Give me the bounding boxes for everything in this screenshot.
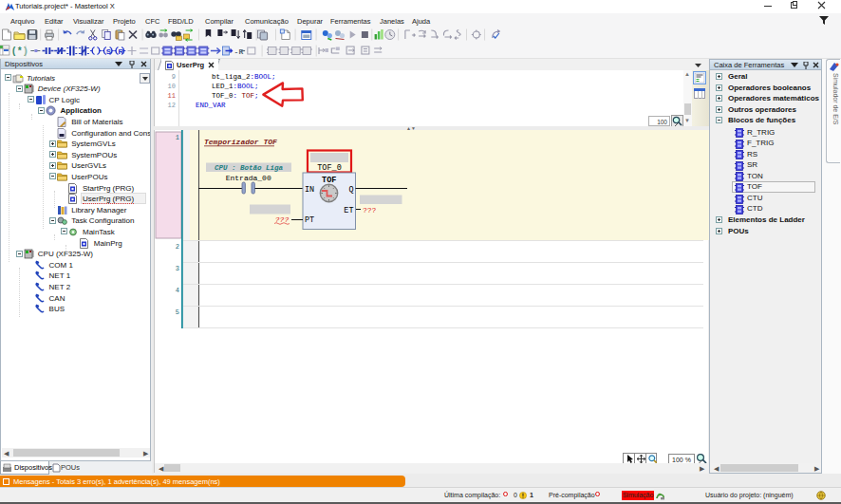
svg-text:Entrada_00: Entrada_00 [226, 174, 271, 182]
svg-text:CPU : Botão Liga: CPU : Botão Liga [215, 164, 284, 172]
svg-text:Temporizador TOF: Temporizador TOF [204, 138, 277, 146]
svg-text:4: 4 [176, 287, 179, 294]
svg-text:TOF: TOF [322, 176, 336, 185]
svg-text:IN: IN [305, 185, 314, 195]
svg-text:S: S [106, 47, 112, 56]
svg-text:3: 3 [176, 265, 179, 272]
svg-text:???: ??? [363, 206, 377, 215]
svg-text:R: R [118, 47, 123, 56]
svg-text:Q: Q [348, 185, 353, 195]
svg-text:TOF_0: TOF_0 [317, 163, 342, 173]
svg-text:5: 5 [176, 308, 179, 316]
svg-text:2: 2 [176, 243, 179, 251]
svg-text:ET: ET [344, 206, 353, 215]
svg-text:1: 1 [176, 134, 179, 141]
svg-text:PT: PT [305, 215, 314, 225]
svg-text:-R: -R [234, 47, 244, 56]
